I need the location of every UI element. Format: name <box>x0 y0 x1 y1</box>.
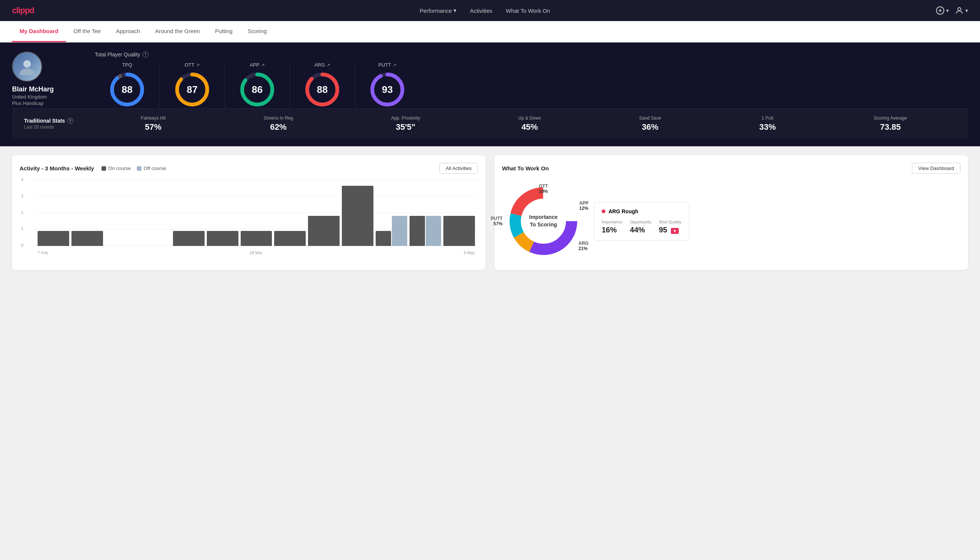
bars-container <box>35 180 478 246</box>
stat-sand-value: 36% <box>642 122 659 132</box>
stat-greens-label: Greens In Reg <box>264 115 293 121</box>
stat-fairways-value: 57% <box>145 122 161 132</box>
chart-legend: On course Off course <box>101 165 166 171</box>
tab-my-dashboard[interactable]: My Dashboard <box>12 21 66 42</box>
trend-icon-ott: ↗ <box>196 62 200 68</box>
score-card-arg: ARG ↗ 88 <box>290 62 355 108</box>
legend-off-course: Off course <box>137 165 166 171</box>
work-on-card: What To Work On View Dashboard Importanc… <box>494 155 968 270</box>
stat-scoring-label: Scoring Average <box>874 115 907 121</box>
all-activities-button[interactable]: All Activities <box>439 163 478 174</box>
bar-on-course <box>274 231 306 246</box>
user-menu[interactable]: ▾ <box>955 6 968 15</box>
donut-ott: 87 <box>173 71 211 108</box>
tab-off-the-tee[interactable]: Off the Tee <box>66 21 108 42</box>
legend-dot-off-course <box>137 166 141 171</box>
stat-greens-value: 62% <box>270 122 286 132</box>
nav-performance[interactable]: Performance ▾ <box>420 7 456 14</box>
donut-center: ImportanceTo Scoring <box>529 213 557 228</box>
add-button[interactable]: ▾ <box>936 6 949 15</box>
info-stat-opportunity: Opportunity 44% <box>630 220 651 234</box>
main-content: Activity - 3 Months - Weekly On course O… <box>0 146 980 279</box>
shot-quality-value: 95 ▼ <box>659 226 681 234</box>
top-nav: clippd Performance ▾ Activities What To … <box>0 0 980 21</box>
nav-right: ▾ ▾ <box>936 6 968 15</box>
player-country: United Kingdom <box>12 94 47 100</box>
chevron-down-icon: ▾ <box>946 8 949 13</box>
importance-value: 16% <box>602 226 622 234</box>
pink-dot-icon <box>602 210 606 213</box>
info-stat-shot-quality: Shot Quality 95 ▼ <box>659 220 681 234</box>
bar-group <box>207 231 238 246</box>
trend-icon-app: ↗ <box>261 62 265 68</box>
bar-on-course <box>241 231 272 246</box>
bar-off-course <box>392 216 407 246</box>
bar-group <box>105 245 137 246</box>
tab-scoring[interactable]: Scoring <box>240 21 274 42</box>
work-on-body: ImportanceTo Scoring OTT 10% APP 12% ARG… <box>502 180 960 263</box>
bar-group <box>38 231 69 246</box>
activity-card: Activity - 3 Months - Weekly On course O… <box>12 155 486 270</box>
work-on-title: What To Work On <box>502 165 549 172</box>
hero-section: Blair McHarg United Kingdom Plus Handica… <box>0 42 980 146</box>
stat-up-down: Up & Down 45% <box>518 115 541 132</box>
legend-dot-on-course <box>101 166 106 171</box>
x-axis: 7 Feb 28 Mar 9 May <box>35 250 478 255</box>
info-stats-row: Importance 16% Opportunity 44% Shot Qual… <box>602 220 681 234</box>
scores-section: Total Player Quality ? TPQ 88 <box>95 52 968 108</box>
bar-on-course <box>409 216 425 246</box>
stat-sand-save: Sand Save 36% <box>639 115 662 132</box>
bar-on-course <box>72 231 103 246</box>
donut-putt: 93 <box>369 71 406 108</box>
activity-chart-title: Activity - 3 Months - Weekly <box>20 165 94 172</box>
stat-scoring-value: 73.85 <box>880 122 901 132</box>
bar-group <box>342 186 373 246</box>
stat-updown-label: Up & Down <box>518 115 541 121</box>
bar-on-course <box>376 231 391 246</box>
nav-what-to-work-on[interactable]: What To Work On <box>506 8 550 14</box>
bar-group <box>72 231 103 246</box>
tab-approach[interactable]: Approach <box>108 21 147 42</box>
stat-scoring-avg: Scoring Average 73.85 <box>874 115 907 132</box>
brand-logo[interactable]: clippd <box>12 6 34 15</box>
donut-label-putt: PUTT 57% <box>491 216 502 227</box>
legend-on-course: On course <box>101 165 131 171</box>
nav-activities[interactable]: Activities <box>470 8 492 14</box>
bar-on-course <box>38 231 69 246</box>
svg-point-3 <box>958 8 961 10</box>
trad-title: Traditional Stats ? <box>24 118 92 124</box>
score-tpq: 88 <box>122 84 133 95</box>
tab-putting[interactable]: Putting <box>208 21 240 42</box>
chevron-down-icon: ▾ <box>454 7 456 14</box>
stat-1-putt: 1 Putt 33% <box>759 115 776 132</box>
bar-on-course <box>443 216 475 246</box>
importance-donut-section: ImportanceTo Scoring OTT 10% APP 12% ARG… <box>502 180 585 263</box>
score-putt: 93 <box>382 84 393 95</box>
x-label-28mar: 28 Mar <box>249 250 262 255</box>
donut-label-app: APP 12% <box>579 200 589 211</box>
score-card-arg-label: ARG ↗ <box>314 62 330 68</box>
bar-group <box>409 216 441 246</box>
bar-group <box>241 231 272 246</box>
score-arg: 88 <box>317 84 328 95</box>
trad-sublabel: Last 20 rounds <box>24 125 92 130</box>
trad-help-icon[interactable]: ? <box>67 118 73 124</box>
stat-updown-value: 45% <box>521 122 538 132</box>
tab-around-the-green[interactable]: Around the Green <box>147 21 207 42</box>
score-card-ott: OTT ↗ 87 <box>160 62 225 108</box>
help-icon[interactable]: ? <box>143 52 148 58</box>
activity-card-header: Activity - 3 Months - Weekly On course O… <box>20 163 478 174</box>
view-dashboard-button[interactable]: View Dashboard <box>912 163 960 174</box>
stat-app-prox-value: 35'5" <box>396 122 415 132</box>
score-card-app-label: APP ↗ <box>250 62 265 68</box>
bar-group <box>139 245 171 246</box>
score-cards: TPQ 88 OTT ↗ <box>95 62 968 108</box>
score-card-tpq-label: TPQ <box>122 62 132 68</box>
info-card-header: ARG Rough <box>602 208 681 214</box>
stat-greens-in-reg: Greens In Reg 62% <box>264 115 293 132</box>
shot-quality-label: Shot Quality <box>659 220 681 224</box>
bar-group <box>376 216 407 246</box>
opportunity-value: 44% <box>630 226 651 234</box>
traditional-stats: Traditional Stats ? Last 20 rounds Fairw… <box>12 108 968 139</box>
bar-empty <box>139 245 171 246</box>
